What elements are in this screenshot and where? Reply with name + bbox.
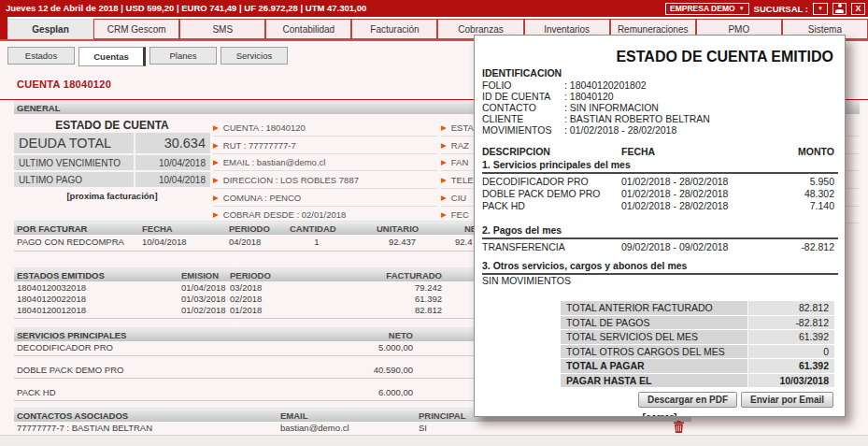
- subtab-estados[interactable]: Estados: [7, 47, 75, 65]
- date-currency-info: Jueves 12 de Abril de 2018 | USD 599,20 …: [6, 3, 366, 13]
- cell-servicio: DOBLE PACK DEMO PRO: [17, 365, 123, 375]
- cell-periodo: 03/2018: [230, 282, 262, 293]
- ultimo-vencimiento-value: 10/04/2018: [135, 155, 210, 170]
- field-rut-text: RUT : 77777777-7: [223, 140, 296, 151]
- cell-periodo: 04/2018: [229, 237, 261, 247]
- empresa-selector[interactable]: EMPRESA DEMO ▼: [665, 3, 749, 15]
- estado-cuenta-row-pago: ULTIMO PAGO 10/04/2018: [14, 172, 210, 187]
- sucursal-dropdown[interactable]: ▼: [813, 3, 828, 15]
- estados-emitidos-title: ESTADOS EMITIDOS: [17, 270, 105, 281]
- close-icon: X: [855, 4, 861, 13]
- estado-cuenta-row-vencimiento: ULTIMO VENCIMIENTO 10/04/2018: [14, 155, 210, 170]
- dialog-title: ESTADO DE CUENTA EMITIDO: [616, 49, 833, 65]
- subtab-cuentas[interactable]: Cuentas: [78, 47, 146, 66]
- total-a-pagar-row: TOTAL A PAGAR 61.392: [475, 359, 845, 373]
- cell-emision: 01/04/2018: [181, 282, 226, 293]
- cell-facturado: 82.812: [374, 305, 442, 315]
- subtab-servicios[interactable]: Servicios: [221, 47, 288, 65]
- por-facturar-title: POR FACTURAR: [17, 223, 87, 234]
- descargar-pdf-button[interactable]: Descargar en PDF: [638, 392, 737, 408]
- col-emision: EMISION: [181, 270, 219, 281]
- subtab-planes[interactable]: Planes: [149, 47, 217, 65]
- enviar-email-button[interactable]: Enviar por Email: [741, 392, 833, 408]
- section-1-title: 1. Servicios principales del mes: [482, 159, 838, 174]
- section-3-title: 3. Otros servicios, cargos y abonos del …: [482, 260, 838, 275]
- chevron-down-icon: ▼: [818, 6, 823, 11]
- app-window: Jueves 12 de Abril de 2018 | USD 599,20 …: [0, 0, 868, 446]
- id-value: SIN INFORMACION: [570, 102, 659, 113]
- cell-fecha: 01/02/2018 - 28/02/2018: [621, 176, 728, 187]
- total-label: PAGAR HASTA EL: [561, 374, 747, 388]
- user-button[interactable]: [832, 3, 847, 15]
- bullet-icon: ▶: [441, 122, 447, 133]
- col-fecha: FECHA: [621, 146, 655, 157]
- col-periodo: PERIODO: [229, 223, 270, 234]
- cell-monto: 5.950: [755, 176, 834, 187]
- ultimo-pago-label: ULTIMO PAGO: [14, 172, 134, 187]
- field-comuna-text: COMUNA : PENCO: [223, 193, 301, 203]
- id-label: CONTACTO: [482, 102, 564, 113]
- dialog-footer-link[interactable]: [cerrar]: [475, 411, 845, 417]
- separator: :: [564, 113, 567, 124]
- proxima-facturacion-note: [proxima facturación]: [14, 191, 210, 201]
- bullet-icon: ▶: [213, 140, 219, 151]
- cell-cantidad: 1: [290, 237, 344, 247]
- pagar-hasta-row: PAGAR HASTA EL 10/03/2018: [475, 374, 845, 388]
- cell-descripcion: PACK HD: [482, 200, 525, 211]
- id-value: 18040120201802: [570, 79, 647, 91]
- cell-descripcion: DECODIFICADOR PRO: [482, 176, 589, 187]
- bullet-icon: ▶: [213, 175, 219, 185]
- field-cuenta: ▶CUENTA : 18040120: [213, 121, 437, 137]
- bullet-icon: ▶: [441, 157, 447, 167]
- total-row: TOTAL ANTERIOR FACTURADO 82.812: [475, 301, 845, 315]
- tab-crm-gescom[interactable]: CRM Gescom: [93, 19, 179, 39]
- cell-folio: 18040120022018: [17, 294, 86, 304]
- field-rut: ▶RUT : 77777777-7: [213, 138, 437, 154]
- trash-icon[interactable]: [674, 421, 684, 433]
- deuda-total-value: 30.634: [135, 133, 210, 153]
- cell-fecha: 09/02/2018 - 09/02/2018: [621, 241, 728, 252]
- section-2-title: 2. Pagos del mes: [482, 224, 838, 239]
- tab-gesplan[interactable]: Gesplan: [7, 19, 93, 39]
- cell-emision: 01/03/2018: [181, 294, 226, 304]
- col-email: EMAIL: [280, 410, 308, 421]
- id-value: BASTIAN ROBERTO BELTRAN: [570, 113, 710, 124]
- field-right-2-text: FAN: [451, 157, 468, 167]
- tab-facturacion[interactable]: Facturación: [351, 19, 437, 39]
- cell-emision: 01/02/2018: [181, 305, 226, 315]
- bullet-icon: ▶: [441, 209, 447, 220]
- total-value: 0: [748, 345, 834, 359]
- cell-facturado: 79.242: [374, 282, 442, 293]
- cell-fecha: 10/04/2018: [142, 237, 187, 247]
- bullet-icon: ▶: [213, 209, 219, 220]
- statement-row: TRANSFERENCIA 09/02/2018 - 09/02/2018 -8…: [475, 241, 845, 253]
- cell-monto: -82.812: [755, 241, 834, 252]
- deuda-total-label: DEUDA TOTAL: [14, 133, 134, 153]
- bottom-strip: [0, 436, 868, 446]
- id-row-cuenta: ID DE CUENTA: 18040120: [482, 91, 614, 102]
- tab-sms[interactable]: SMS: [179, 19, 265, 39]
- col-facturado: FACTURADO: [374, 270, 442, 281]
- left-accent-block: [0, 17, 7, 39]
- id-row-cliente: CLIENTE: BASTIAN ROBERTO BELTRAN: [482, 113, 710, 124]
- id-label: ID DE CUENTA: [482, 91, 564, 102]
- bullet-icon: ▶: [213, 157, 219, 167]
- total-label: TOTAL ANTERIOR FACTURADO: [561, 301, 747, 315]
- close-session-button[interactable]: X: [851, 3, 865, 15]
- total-row: TOTAL DE PAGOS -82.812: [475, 316, 845, 330]
- tab-contabilidad[interactable]: Contabilidad: [265, 19, 351, 39]
- total-value: 61.392: [748, 359, 834, 373]
- field-right-4-text: CIU: [451, 193, 466, 203]
- top-bar: Jueves 12 de Abril de 2018 | USD 599,20 …: [0, 0, 868, 17]
- col-neto: NETO: [346, 330, 413, 340]
- cell-concepto: PAGO CON REDCOMPRA: [17, 237, 124, 247]
- total-value: 10/03/2018: [748, 374, 834, 388]
- cell-fecha: 01/02/2018 - 28/02/2018: [621, 200, 728, 211]
- total-row: TOTAL OTROS CARGOS DEL MES 0: [475, 345, 845, 359]
- statement-row: DECODIFICADOR PRO 01/02/2018 - 28/02/201…: [475, 176, 845, 188]
- cell-monto: 7.140: [755, 200, 834, 211]
- separator: :: [564, 124, 567, 136]
- section-header-general-label: GENERAL: [17, 103, 60, 113]
- chevron-down-icon: ▼: [739, 6, 745, 11]
- cell-servicio: DECODIFICADOR PRO: [17, 342, 113, 352]
